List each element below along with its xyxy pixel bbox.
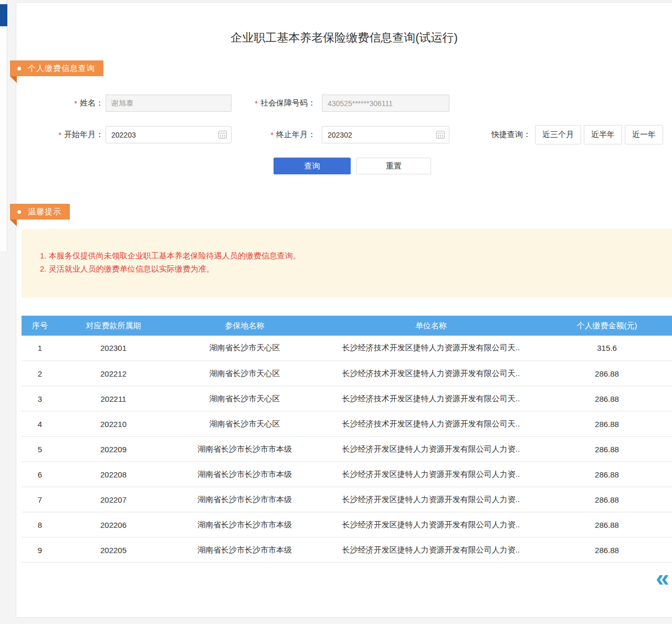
main-panel: 企业职工基本养老保险缴费信息查询(试运行) 个人缴费信息查询 * 姓名： * 社… <box>16 2 672 618</box>
notice-line: 1. 本服务仅提供尚未领取企业职工基本养老保险待遇人员的缴费信息查询。 <box>40 249 672 262</box>
quick-query-option[interactable]: 近三个月 <box>535 125 581 144</box>
header-period: 对应费款所属期 <box>58 316 169 336</box>
cell-amount: 286.88 <box>541 436 672 462</box>
cell-company: 长沙经济技术开发区捷特人力资源开发有限公司天.. <box>321 336 541 361</box>
cell-seq: 6 <box>22 462 58 487</box>
cell-seq: 4 <box>22 411 58 436</box>
cell-area: 湖南省长沙市长沙市市本级 <box>169 537 321 563</box>
section-badge-tips: 温馨提示 <box>10 204 70 220</box>
top-left-corner-block <box>0 4 7 26</box>
results-table: 序号 对应费款所属期 参保地名称 单位名称 个人缴费金额(元) 1202301湖… <box>22 316 672 563</box>
cell-seq: 5 <box>22 436 58 462</box>
header-company: 单位名称 <box>321 316 541 336</box>
cell-amount: 286.88 <box>541 537 672 563</box>
table-row: 7202207湖南省长沙市长沙市市本级长沙经济开发区捷特人力资源开发有限公司人力… <box>22 487 672 512</box>
quick-query-group: 近三个月近半年近一年 <box>535 125 663 144</box>
bullet-dot-icon <box>17 67 21 70</box>
cell-company: 长沙经济技术开发区捷特人力资源开发有限公司天.. <box>321 386 541 411</box>
cell-area: 湖南省长沙市天心区 <box>169 386 321 411</box>
cell-area: 湖南省长沙市天心区 <box>169 361 321 386</box>
table-body: 1202301湖南省长沙市天心区长沙经济技术开发区捷特人力资源开发有限公司天..… <box>22 336 672 563</box>
collapse-chevron-icon[interactable]: « <box>656 566 669 590</box>
cell-period: 202211 <box>58 386 169 411</box>
ribbon-fold-icon <box>10 76 17 83</box>
quick-query-label: 快捷查询： <box>478 125 531 144</box>
left-edge-panel <box>0 0 7 251</box>
quick-query-option[interactable]: 近半年 <box>584 125 622 144</box>
page-title: 企业职工基本养老保险缴费信息查询(试运行) <box>16 30 672 46</box>
cell-period: 202208 <box>58 462 169 487</box>
table-row: 2202212湖南省长沙市天心区长沙经济技术开发区捷特人力资源开发有限公司天..… <box>22 361 672 386</box>
bullet-dot-icon <box>17 210 21 214</box>
cell-company: 长沙经济开发区捷特人力资源开发有限公司人力资.. <box>321 487 541 512</box>
table-row: 6202208湖南省长沙市长沙市市本级长沙经济开发区捷特人力资源开发有限公司人力… <box>22 462 672 487</box>
cell-company: 长沙经济开发区捷特人力资源开发有限公司人力资.. <box>321 436 541 462</box>
header-seq: 序号 <box>22 316 58 336</box>
required-marker: * <box>58 130 61 139</box>
notice-line: 2. 灵活就业人员的缴费单位信息以实际缴费为准。 <box>40 262 672 275</box>
start-month-label: * 开始年月： <box>48 126 103 143</box>
end-month-input[interactable] <box>322 126 449 143</box>
notice-box: 1. 本服务仅提供尚未领取企业职工基本养老保险待遇人员的缴费信息查询。 2. 灵… <box>22 229 672 298</box>
section-badge-label: 温馨提示 <box>28 207 61 217</box>
cell-period: 202301 <box>58 336 169 361</box>
table-header-row: 序号 对应费款所属期 参保地名称 单位名称 个人缴费金额(元) <box>22 316 672 336</box>
cell-amount: 286.88 <box>541 462 672 487</box>
name-label: * 姓名： <box>48 95 103 112</box>
cell-area: 湖南省长沙市长沙市市本级 <box>169 436 321 462</box>
cell-area: 湖南省长沙市长沙市市本级 <box>169 512 321 537</box>
table-row: 1202301湖南省长沙市天心区长沙经济技术开发区捷特人力资源开发有限公司天..… <box>22 336 672 361</box>
header-area: 参保地名称 <box>169 316 321 336</box>
cell-amount: 286.88 <box>541 411 672 436</box>
required-marker: * <box>270 130 274 139</box>
table-row: 3202211湖南省长沙市天心区长沙经济技术开发区捷特人力资源开发有限公司天..… <box>22 386 672 411</box>
cell-area: 湖南省长沙市天心区 <box>169 411 321 436</box>
cell-seq: 3 <box>22 386 58 411</box>
cell-company: 长沙经济开发区捷特人力资源开发有限公司人力资.. <box>321 537 541 563</box>
cell-period: 202209 <box>58 436 169 462</box>
cell-amount: 315.6 <box>541 336 672 361</box>
cell-seq: 1 <box>22 336 58 361</box>
cell-company: 长沙经济开发区捷特人力资源开发有限公司人力资.. <box>321 512 541 537</box>
cell-seq: 8 <box>22 512 58 537</box>
quick-query-option[interactable]: 近一年 <box>625 125 663 144</box>
required-marker: * <box>255 99 258 108</box>
reset-button[interactable]: 重置 <box>356 158 431 174</box>
header-amount: 个人缴费金额(元) <box>541 316 672 336</box>
cell-period: 202206 <box>58 512 169 537</box>
cell-period: 202212 <box>58 361 169 386</box>
cell-seq: 2 <box>22 361 58 386</box>
cell-area: 湖南省长沙市长沙市市本级 <box>169 487 321 512</box>
cell-period: 202210 <box>58 411 169 436</box>
cell-area: 湖南省长沙市长沙市市本级 <box>169 462 321 487</box>
calendar-icon[interactable] <box>436 131 445 139</box>
cell-company: 长沙经济技术开发区捷特人力资源开发有限公司天.. <box>321 361 541 386</box>
cell-seq: 7 <box>22 487 58 512</box>
ssn-label: * 社会保障号码： <box>246 95 316 112</box>
cell-amount: 286.88 <box>541 361 672 386</box>
start-month-input[interactable] <box>106 126 232 143</box>
section-badge-personal-payment-query: 个人缴费信息查询 <box>10 60 103 76</box>
query-button[interactable]: 查询 <box>274 158 351 174</box>
end-month-label: * 终止年月： <box>246 126 316 143</box>
calendar-icon[interactable] <box>218 131 227 139</box>
ssn-input[interactable] <box>322 95 449 112</box>
cell-period: 202207 <box>58 487 169 512</box>
cell-amount: 286.88 <box>541 512 672 537</box>
cell-seq: 9 <box>22 537 58 563</box>
cell-amount: 286.88 <box>541 386 672 411</box>
section-badge-label: 个人缴费信息查询 <box>28 64 95 74</box>
table-row: 5202209湖南省长沙市长沙市市本级长沙经济开发区捷特人力资源开发有限公司人力… <box>22 436 672 462</box>
table-row: 9202205湖南省长沙市长沙市市本级长沙经济开发区捷特人力资源开发有限公司人力… <box>22 537 672 563</box>
table-row: 8202206湖南省长沙市长沙市市本级长沙经济开发区捷特人力资源开发有限公司人力… <box>22 512 672 537</box>
ribbon-fold-icon <box>10 220 17 226</box>
cell-area: 湖南省长沙市天心区 <box>169 336 321 361</box>
required-marker: * <box>74 99 77 108</box>
cell-period: 202205 <box>58 537 169 563</box>
cell-amount: 286.88 <box>541 487 672 512</box>
cell-company: 长沙经济技术开发区捷特人力资源开发有限公司天.. <box>321 411 541 436</box>
cell-company: 长沙经济开发区捷特人力资源开发有限公司人力资.. <box>321 462 541 487</box>
table-row: 4202210湖南省长沙市天心区长沙经济技术开发区捷特人力资源开发有限公司天..… <box>22 411 672 436</box>
name-input[interactable] <box>106 95 232 112</box>
